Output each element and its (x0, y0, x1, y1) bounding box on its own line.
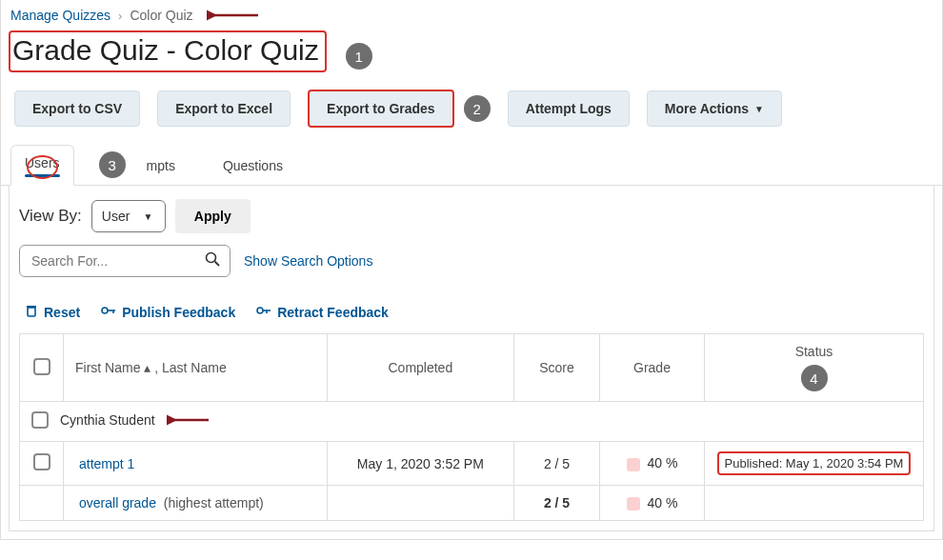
overall-grade: 40 % (600, 486, 705, 521)
publish-feedback-button[interactable]: Publish Feedback (101, 304, 235, 320)
key-icon (101, 304, 116, 320)
attempt-logs-button[interactable]: Attempt Logs (508, 90, 630, 127)
annotation-arrow-icon (167, 414, 211, 426)
attempt-checkbox[interactable] (33, 453, 50, 470)
attempt-grade: 40 % (600, 442, 705, 486)
tab-questions[interactable]: Questions (210, 149, 296, 181)
svg-point-1 (207, 253, 216, 263)
svg-rect-4 (27, 306, 36, 308)
action-bar: Export to CSV Export to Excel Export to … (1, 90, 942, 145)
col-name-header[interactable]: First Name ▴ , Last Name (64, 334, 328, 402)
overall-note: (highest attempt) (160, 495, 264, 510)
chevron-right-icon: › (118, 9, 122, 23)
overall-grade-link[interactable]: overall grade (79, 495, 156, 510)
select-all-checkbox[interactable] (33, 358, 50, 375)
search-input[interactable] (30, 252, 205, 270)
search-icon[interactable] (205, 251, 220, 270)
more-actions-label: More Actions (665, 101, 749, 116)
svg-line-2 (215, 262, 220, 267)
reset-label: Reset (44, 305, 80, 320)
page-title: Grade Quiz - Color Quiz (9, 30, 327, 72)
annotation-badge-1: 1 (346, 43, 372, 70)
view-by-select[interactable]: User ▼ (91, 200, 166, 232)
student-group-row: Cynthia Student (20, 402, 924, 442)
annotation-badge-4: 4 (801, 365, 828, 391)
attempt-status: Published: May 1, 2020 3:54 PM (705, 442, 924, 486)
svg-point-8 (257, 308, 263, 313)
attempt-row: attempt 1 May 1, 2020 3:52 PM 2 / 5 40 %… (20, 442, 924, 486)
export-excel-button[interactable]: Export to Excel (157, 90, 291, 127)
attempt-completed: May 1, 2020 3:52 PM (327, 442, 513, 486)
col-status-header: Status 4 (705, 334, 924, 402)
retract-feedback-button[interactable]: Retract Feedback (256, 304, 389, 320)
trash-icon (25, 304, 38, 320)
breadcrumb: Manage Quizzes › Color Quiz (1, 0, 942, 23)
svg-rect-3 (28, 308, 35, 316)
more-actions-button[interactable]: More Actions ▼ (647, 90, 782, 127)
key-icon (256, 304, 271, 320)
reset-button[interactable]: Reset (25, 304, 80, 320)
search-input-container (19, 245, 231, 277)
chevron-down-icon: ▼ (143, 211, 152, 222)
export-csv-button[interactable]: Export to CSV (14, 90, 140, 127)
col-grade-header: Grade (600, 334, 705, 402)
chevron-down-icon: ▼ (754, 104, 764, 114)
overall-row: overall grade (highest attempt) 2 / 5 40… (20, 486, 924, 521)
view-by-value: User (102, 209, 130, 224)
overall-score: 2 / 5 (514, 486, 600, 521)
col-score-header: Score (514, 334, 600, 402)
breadcrumb-root-link[interactable]: Manage Quizzes (10, 8, 110, 23)
export-grades-button[interactable]: Export to Grades (308, 90, 454, 128)
retract-feedback-label: Retract Feedback (277, 305, 389, 320)
student-name[interactable]: Cynthia Student (60, 412, 155, 428)
publish-feedback-label: Publish Feedback (122, 305, 235, 320)
breadcrumb-current: Color Quiz (130, 8, 192, 23)
apply-button[interactable]: Apply (175, 199, 251, 233)
attempt-score: 2 / 5 (514, 442, 600, 486)
tab-users[interactable]: Users (10, 145, 74, 186)
tabs: Users 3 mpts Questions (1, 145, 942, 186)
results-table: First Name ▴ , Last Name Completed Score… (19, 333, 924, 521)
svg-point-5 (102, 308, 108, 313)
show-search-options-link[interactable]: Show Search Options (244, 253, 372, 269)
student-checkbox[interactable] (31, 411, 49, 429)
attempt-link[interactable]: attempt 1 (79, 456, 134, 471)
view-by-label: View By: (19, 207, 82, 226)
table-header-row: First Name ▴ , Last Name Completed Score… (20, 334, 924, 402)
col-completed-header: Completed (327, 334, 513, 402)
tab-attempts[interactable]: mpts (147, 149, 189, 181)
annotation-badge-2: 2 (464, 95, 491, 122)
annotation-arrow-icon (207, 9, 260, 22)
annotation-badge-3: 3 (99, 151, 126, 178)
tab-users-label: Users (25, 155, 60, 170)
